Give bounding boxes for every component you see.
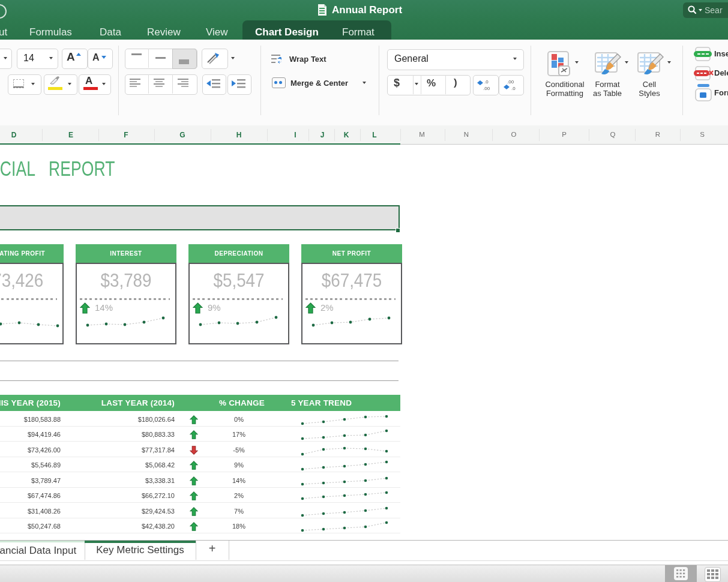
- svg-text:.0: .0: [511, 86, 516, 91]
- svg-text:.00: .00: [507, 79, 514, 85]
- svg-text:.00: .00: [483, 86, 490, 91]
- svg-text:.0: .0: [484, 79, 489, 85]
